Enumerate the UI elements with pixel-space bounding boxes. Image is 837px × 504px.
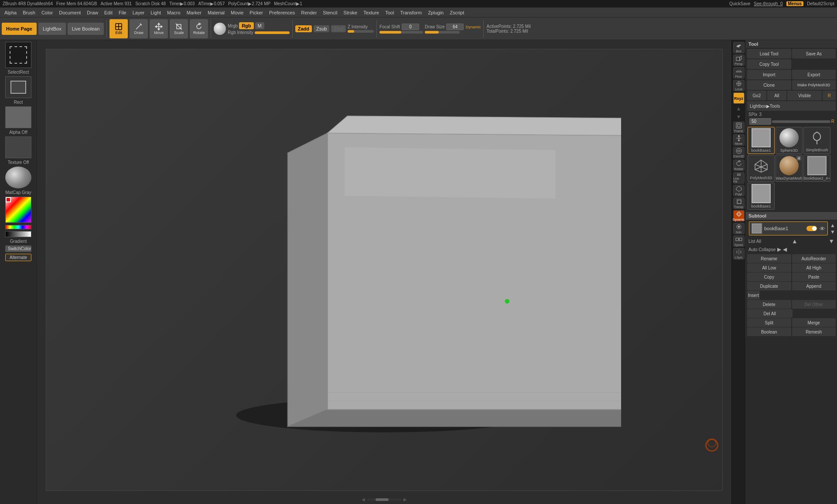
persp-icon-btn[interactable]: Persp [733, 54, 745, 66]
bird-icon-btn[interactable]: Bird [733, 42, 745, 53]
copy-tool-btn[interactable]: Copy Tool [747, 59, 791, 69]
menu-marker[interactable]: Marker [184, 10, 204, 16]
menu-movie[interactable]: Movie [228, 10, 246, 16]
boolean-btn[interactable]: Boolean [747, 327, 791, 336]
copy-btn[interactable]: Copy [747, 272, 791, 281]
lsym-icon-btn[interactable]: LSym [733, 248, 745, 259]
scroll-left-arrow[interactable]: ◀ [362, 497, 365, 502]
subtool-down-arrow[interactable]: ▼ [830, 229, 835, 235]
dynamic-icon-btn[interactable]: Dynamic [733, 210, 745, 221]
scroll-up-arrow[interactable]: ▲ [733, 105, 745, 112]
export-btn[interactable]: Export [792, 70, 836, 79]
bookbase-r-btn[interactable]: R [831, 119, 834, 124]
list-down-arrow[interactable]: ▼ [828, 238, 834, 245]
dynamic-btn[interactable]: Dynamic [465, 25, 481, 29]
thumb-bookbase1b[interactable]: bookBase1 [748, 183, 775, 210]
tab-live-boolean[interactable]: Live Boolean [68, 23, 104, 35]
menu-tool[interactable]: Tool [383, 10, 396, 16]
r-btn[interactable]: R [823, 91, 836, 100]
frame-icon-btn[interactable]: Frame [733, 122, 745, 133]
alpha-preview[interactable] [5, 106, 31, 128]
visible-btn[interactable]: Visible [787, 91, 822, 100]
remesh-btn[interactable]: Remesh [792, 327, 836, 336]
menu-macro[interactable]: Macro [164, 10, 183, 16]
subtool-active-item[interactable]: bookBase1 [749, 221, 828, 235]
scroll-down-arrow[interactable]: ▼ [733, 113, 745, 120]
move-tool-btn[interactable]: Move [150, 19, 168, 38]
make-polymesh-btn[interactable]: Make PolyMesh3D [792, 80, 836, 90]
del-other-btn[interactable]: Del Other [792, 300, 836, 309]
default2script[interactable]: Default2Script [807, 1, 834, 6]
save-as-btn[interactable]: Save As [792, 49, 836, 58]
auto-reorder-btn[interactable]: AutoReorder [792, 254, 836, 263]
gradient-strip[interactable] [5, 231, 31, 237]
all-btn[interactable]: All [767, 91, 786, 100]
menu-edit[interactable]: Edit [102, 10, 115, 16]
thumb-waxdynamesh[interactable]: 4 WaxDynaMesh [776, 155, 803, 182]
menu-zscript[interactable]: Zscript [447, 10, 467, 16]
floor-icon-btn[interactable]: Floor [733, 67, 745, 78]
menu-stencil[interactable]: Stencil [320, 10, 340, 16]
scrollbar-track[interactable] [367, 498, 402, 501]
zcut-button[interactable]: Zcut [331, 25, 345, 32]
insert-btn[interactable]: Insert [747, 291, 760, 300]
zsub-button[interactable]: Zsub [314, 25, 329, 32]
del-all-btn[interactable]: Del All [747, 309, 793, 318]
rgb-intensity-slider[interactable] [255, 31, 290, 34]
tab-lightbox[interactable]: LightBox [38, 23, 66, 35]
zadd-button[interactable]: Zadd [295, 25, 312, 32]
focal-shift-value[interactable]: 0 [402, 24, 419, 30]
delete-btn[interactable]: Delete [747, 300, 791, 309]
list-all-label[interactable]: List All [748, 239, 761, 244]
list-up-arrow[interactable]: ▲ [792, 238, 798, 245]
thumb-simplebrush[interactable]: SimpleBrush [803, 127, 830, 154]
bookbase-input[interactable]: 50 [749, 118, 771, 125]
thumb-bookbase2[interactable]: bookBase2_4~ [803, 155, 830, 182]
z-intensity-slider[interactable] [348, 30, 374, 33]
draw-size-slider[interactable] [425, 31, 460, 34]
draw-size-value[interactable]: 64 [446, 24, 464, 30]
edit-tool-btn[interactable]: Edit [109, 19, 128, 38]
line-fill-icon-btn[interactable]: Line Fill [733, 172, 745, 184]
paste-btn[interactable]: Paste [792, 272, 836, 281]
all-high-btn[interactable]: All High [792, 263, 836, 272]
rotate-icon-btn[interactable]: Rotate [733, 160, 745, 171]
local-icon-btn[interactable]: Local [733, 80, 745, 91]
menu-draw[interactable]: Draw [84, 10, 101, 16]
hue-bar[interactable] [5, 225, 31, 229]
thumb-polymesh3d[interactable]: PolyMesh3D [748, 155, 775, 182]
texture-preview[interactable] [5, 136, 31, 158]
collapse-right-arrow[interactable]: ▶ [777, 246, 781, 252]
import-btn[interactable]: Import [747, 70, 791, 79]
alternate-btn[interactable]: Alternate [5, 254, 31, 261]
menu-picker[interactable]: Picker [247, 10, 266, 16]
subtool-toggle[interactable] [806, 226, 817, 231]
merge-btn[interactable]: Merge [792, 318, 836, 327]
menu-preferences[interactable]: Preferences [266, 10, 297, 16]
lightbox-tools-btn[interactable]: Lightbox▶Tools [747, 101, 836, 111]
draw-tool-btn[interactable]: Draw [130, 19, 148, 38]
menu-light[interactable]: Light [148, 10, 164, 16]
xpose-icon-btn[interactable]: Xpose [733, 235, 745, 247]
auto-collapse-label[interactable]: Auto Collapse [748, 247, 776, 252]
solo-icon-btn[interactable]: Solo [733, 223, 745, 234]
append-btn[interactable]: Append [792, 282, 836, 290]
clone-btn[interactable]: Clone [747, 80, 791, 90]
thumb-sphere3d[interactable]: Sphere3D [776, 127, 803, 154]
menu-color[interactable]: Color [39, 10, 55, 16]
menu-material[interactable]: Material [205, 10, 227, 16]
switch-color-btn[interactable]: SwitchColor [5, 245, 31, 252]
rect-preview[interactable] [5, 76, 31, 98]
menu-render[interactable]: Render [298, 10, 319, 16]
subtool-up-arrow[interactable]: ▲ [830, 222, 835, 228]
menu-stroke[interactable]: Stroke [341, 10, 360, 16]
move-icon-btn[interactable]: Move [733, 134, 745, 146]
bookbase-slider[interactable] [772, 120, 830, 123]
quicksave-button[interactable]: QuickSave [729, 1, 750, 6]
load-tool-btn[interactable]: Load Tool [747, 49, 791, 58]
polyf-icon-btn[interactable]: Polyf [733, 185, 745, 196]
menu-file[interactable]: File [116, 10, 129, 16]
rotate-tool-btn[interactable]: Rotate [190, 19, 208, 38]
see-through-button[interactable]: See-through_0 [754, 1, 782, 6]
color-picker[interactable] [5, 197, 31, 223]
